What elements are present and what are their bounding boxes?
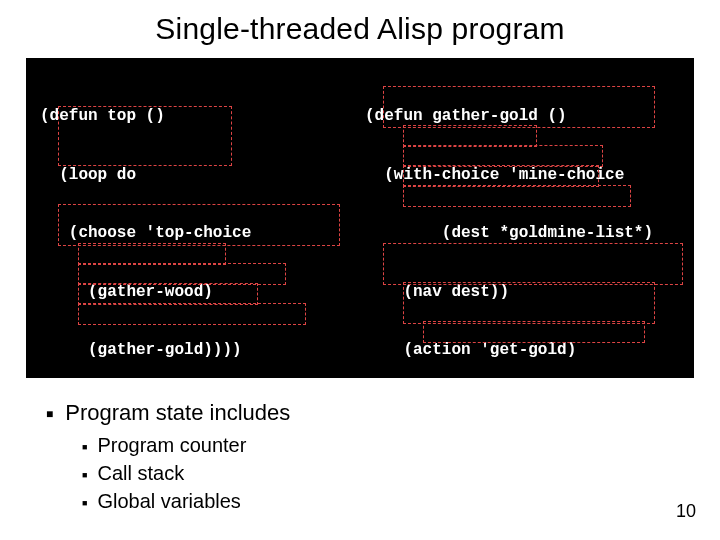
code-right-col: (defun gather-gold () (with-choice 'mine…	[365, 68, 680, 364]
highlight-box	[403, 145, 603, 167]
code-line: (action 'dropoff)))	[365, 458, 680, 478]
highlight-box	[403, 125, 537, 147]
bullet-icon: ■	[82, 462, 87, 488]
highlight-box	[383, 243, 683, 285]
highlight-box	[423, 321, 645, 343]
code-line: (gather-wood)	[40, 283, 355, 303]
bullet-icon: ■	[82, 434, 87, 460]
bullet-icon: ■	[46, 400, 53, 428]
notes-section: ■ Program state includes ■ Program count…	[46, 400, 290, 518]
notes-item: Call stack	[97, 462, 184, 485]
slide: Single-threaded Alisp program (defun top…	[0, 0, 720, 540]
notes-item: Global variables	[97, 490, 240, 513]
bullet-level1: ■ Program state includes	[46, 400, 290, 428]
slide-title: Single-threaded Alisp program	[0, 0, 720, 46]
code-line: (with-choice 'forest-choice	[40, 517, 355, 537]
code-line: (with-choice 'mine-choice	[365, 166, 680, 186]
highlight-box	[78, 303, 306, 325]
code-panel: (defun top () (loop do (choose 'top-choi…	[26, 58, 694, 378]
bullet-icon: ■	[82, 490, 87, 516]
code-line: (gather-gold))))	[40, 341, 355, 361]
bullet-level2: ■ Call stack	[82, 462, 290, 488]
page-number: 10	[676, 501, 696, 522]
code-line: (loop do	[40, 166, 355, 186]
notes-item: Program counter	[97, 434, 246, 457]
code-line: (action 'get-gold)	[365, 341, 680, 361]
highlight-box	[403, 185, 631, 207]
code-line: (defun gather-gold ()	[365, 107, 680, 127]
code-line	[365, 517, 680, 537]
bullet-level2: ■ Program counter	[82, 434, 290, 460]
code-line: (defun top ()	[40, 107, 355, 127]
notes-heading: Program state includes	[65, 400, 290, 426]
code-left-col: (defun top () (loop do (choose 'top-choi…	[40, 68, 355, 364]
code-line: (choose 'top-choice	[40, 224, 355, 244]
code-line: (nav *base-loc*))	[365, 400, 680, 420]
code-line: (nav dest))	[365, 283, 680, 303]
highlight-box	[78, 243, 226, 265]
code-line: (dest *goldmine-list*)	[365, 224, 680, 244]
bullet-level2: ■ Global variables	[82, 490, 290, 516]
